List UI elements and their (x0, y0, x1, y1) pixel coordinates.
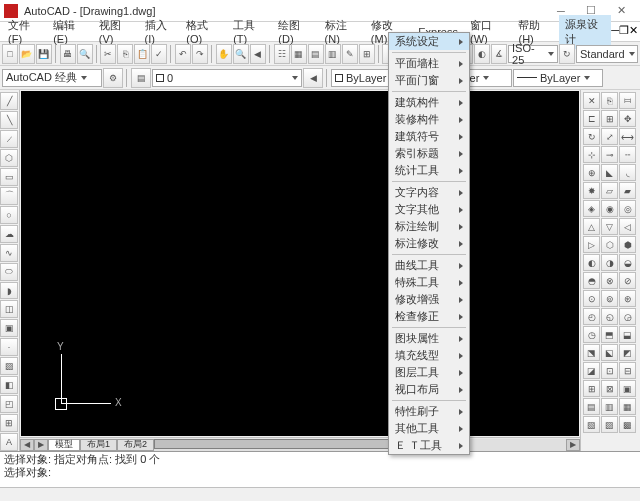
r25-icon[interactable]: ⬒ (601, 326, 618, 343)
spline-icon[interactable]: ∿ (0, 244, 18, 262)
undo-icon[interactable]: ↶ (175, 44, 191, 64)
doc-minimize-button[interactable]: ─ (611, 24, 619, 40)
extend-icon[interactable]: ⊸ (601, 146, 618, 163)
dim-upd-icon[interactable]: ↻ (559, 44, 575, 64)
r38-icon[interactable]: ▦ (619, 398, 636, 415)
workspace-select[interactable]: AutoCAD 经典 (2, 69, 102, 87)
chamfer-icon[interactable]: ◣ (601, 164, 618, 181)
hscroll-track[interactable] (154, 439, 566, 451)
dc-icon[interactable]: ▦ (291, 44, 307, 64)
dd-item-图层工具[interactable]: 图层工具 (389, 364, 469, 381)
r36-icon[interactable]: ▤ (583, 398, 600, 415)
r23-icon[interactable]: ◶ (619, 308, 636, 325)
circle-icon[interactable]: ○ (0, 206, 18, 224)
tab-layout2[interactable]: 布局2 (117, 439, 154, 451)
doc-restore-button[interactable]: ❐ (619, 24, 629, 40)
dd-item-视口布局[interactable]: 视口布局 (389, 381, 469, 398)
r14-icon[interactable]: ◒ (619, 254, 636, 271)
trim-icon[interactable]: ⊹ (583, 146, 600, 163)
xline-icon[interactable]: ╲ (0, 111, 18, 129)
dd-item-建筑符号[interactable]: 建筑符号 (389, 128, 469, 145)
r19-icon[interactable]: ⊚ (601, 290, 618, 307)
r10-icon[interactable]: ⬡ (601, 236, 618, 253)
dd-item-曲线工具[interactable]: 曲线工具 (389, 257, 469, 274)
dd-item-Ｅ Ｔ工具[interactable]: Ｅ Ｔ工具 (389, 437, 469, 454)
dd-item-其他工具[interactable]: 其他工具 (389, 420, 469, 437)
textstyle-select[interactable]: Standard (576, 45, 638, 63)
command-area[interactable]: 选择对象: 指定对角点: 找到 0 个 选择对象: (0, 451, 640, 487)
layer-props-icon[interactable]: ▤ (131, 68, 151, 88)
r6-icon[interactable]: △ (583, 218, 600, 235)
region-icon[interactable]: ◰ (0, 395, 18, 413)
hscroll-right[interactable]: ▶ (566, 439, 580, 451)
r9-icon[interactable]: ▷ (583, 236, 600, 253)
menu-window[interactable]: 窗口(W) (464, 16, 513, 47)
new-icon[interactable]: □ (2, 44, 18, 64)
menu-edit[interactable]: 编辑(E) (47, 16, 93, 47)
r24-icon[interactable]: ◷ (583, 326, 600, 343)
lineweight-select[interactable]: ByLayer (513, 69, 603, 87)
layer-prev-icon[interactable]: ◀ (303, 68, 323, 88)
arc-icon[interactable]: ⌒ (0, 187, 18, 205)
redo-icon[interactable]: ↷ (192, 44, 208, 64)
r29-icon[interactable]: ◩ (619, 344, 636, 361)
tab-scroll-left[interactable]: ◀ (20, 439, 34, 451)
r34-icon[interactable]: ⊠ (601, 380, 618, 397)
tab-scroll-right[interactable]: ▶ (34, 439, 48, 451)
mtext-icon[interactable]: A (0, 433, 18, 451)
props-icon[interactable]: ☷ (274, 44, 290, 64)
r7-icon[interactable]: ▽ (601, 218, 618, 235)
open-icon[interactable]: 📂 (19, 44, 35, 64)
tab-layout1[interactable]: 布局1 (80, 439, 117, 451)
dd-item-统计工具[interactable]: 统计工具 (389, 162, 469, 179)
save-icon[interactable]: 💾 (36, 44, 52, 64)
r33-icon[interactable]: ⊞ (583, 380, 600, 397)
preview-icon[interactable]: 🔍 (77, 44, 93, 64)
r35-icon[interactable]: ▣ (619, 380, 636, 397)
menu-tools[interactable]: 工具(T) (227, 16, 272, 47)
pline-icon[interactable]: ⟋ (0, 130, 18, 148)
dd-item-图块属性[interactable]: 图块属性 (389, 330, 469, 347)
r1-icon[interactable]: ▱ (601, 182, 618, 199)
dim-6-icon[interactable]: ∡ (491, 44, 507, 64)
dd-item-文字其他[interactable]: 文字其他 (389, 201, 469, 218)
r15-icon[interactable]: ◓ (583, 272, 600, 289)
insert-icon[interactable]: ◫ (0, 300, 18, 318)
r41-icon[interactable]: ▩ (619, 416, 636, 433)
erase-icon[interactable]: ✕ (583, 92, 600, 109)
r27-icon[interactable]: ⬔ (583, 344, 600, 361)
cut-icon[interactable]: ✂ (100, 44, 116, 64)
menu-insert[interactable]: 插入(I) (139, 16, 181, 47)
dd-item-修改增强[interactable]: 修改增强 (389, 291, 469, 308)
drawing-canvas[interactable]: Y X (21, 91, 579, 436)
join-icon[interactable]: ⊕ (583, 164, 600, 181)
r31-icon[interactable]: ⊡ (601, 362, 618, 379)
line-icon[interactable]: ╱ (0, 92, 18, 110)
dimstyle-select[interactable]: ISO-25 (508, 45, 558, 63)
sheet-icon[interactable]: ▥ (325, 44, 341, 64)
r21-icon[interactable]: ◴ (583, 308, 600, 325)
r32-icon[interactable]: ⊟ (619, 362, 636, 379)
r22-icon[interactable]: ◵ (601, 308, 618, 325)
r13-icon[interactable]: ◑ (601, 254, 618, 271)
r28-icon[interactable]: ⬕ (601, 344, 618, 361)
point-icon[interactable]: · (0, 338, 18, 356)
gradient-icon[interactable]: ◧ (0, 376, 18, 394)
pan-icon[interactable]: ✋ (216, 44, 232, 64)
menu-file[interactable]: 文件(F) (2, 16, 47, 47)
break-icon[interactable]: ╌ (619, 146, 636, 163)
dd-item-检查修正[interactable]: 检查修正 (389, 308, 469, 325)
rotate-icon[interactable]: ↻ (583, 128, 600, 145)
dd-item-索引标题[interactable]: 索引标题 (389, 145, 469, 162)
menu-dimension[interactable]: 标注(N) (319, 16, 365, 47)
dd-item-平面门窗[interactable]: 平面门窗 (389, 72, 469, 89)
tool-palette-icon[interactable]: ▤ (308, 44, 324, 64)
array-icon[interactable]: ⊞ (601, 110, 618, 127)
ellipse-arc-icon[interactable]: ◗ (0, 282, 18, 300)
block-icon[interactable]: ▣ (0, 319, 18, 337)
r4-icon[interactable]: ◉ (601, 200, 618, 217)
r40-icon[interactable]: ▨ (601, 416, 618, 433)
rect-icon[interactable]: ▭ (0, 168, 18, 186)
dd-item-文字内容[interactable]: 文字内容 (389, 184, 469, 201)
dim-5-icon[interactable]: ◐ (474, 44, 490, 64)
